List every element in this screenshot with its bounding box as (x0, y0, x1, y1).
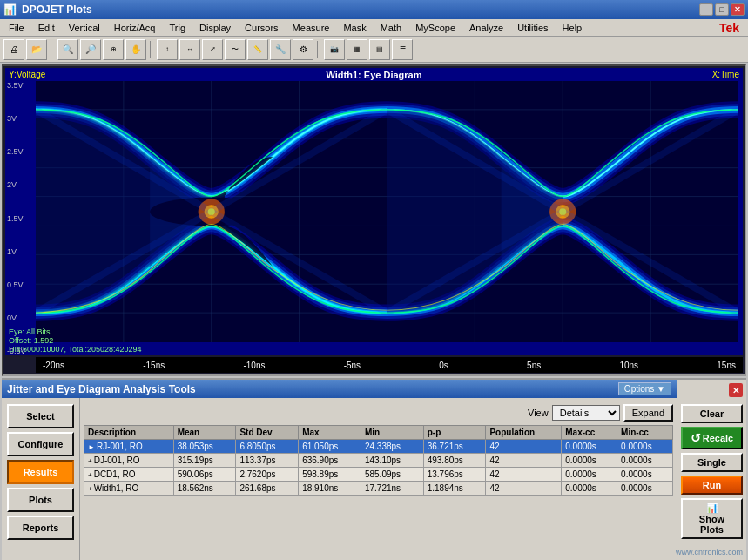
col-mincc: Min-cc (617, 426, 673, 440)
view-dropdown[interactable]: Details Summary (552, 405, 620, 421)
plot-title: Width1: Eye Diagram (327, 70, 422, 80)
table-row[interactable]: +DCD1, RO 590.06ps 2.7620ps 598.89ps 585… (84, 468, 673, 482)
tb-measure[interactable]: 📏 (247, 39, 268, 60)
plot-info: Eye: All Bits Offset: 1.592 UIs:6000:100… (9, 327, 141, 354)
menu-bar: File Edit Vertical Horiz/Acq Trig Displa… (0, 19, 748, 37)
view-label: View (528, 408, 549, 418)
results-table: Description Mean Std Dev Max Min p-p Pop… (84, 425, 673, 496)
tb-layout2[interactable]: ▤ (369, 39, 390, 60)
clear-button[interactable]: Clear (681, 404, 743, 423)
tb-settings[interactable]: ⚙ (293, 39, 313, 60)
show-plots-icon: 📊 (706, 503, 718, 514)
menu-edit[interactable]: Edit (31, 21, 62, 35)
tek-logo: Tek (719, 21, 746, 35)
menu-math[interactable]: Math (374, 21, 408, 35)
tb-new[interactable]: 🖨 (3, 39, 24, 60)
col-min: Min (361, 426, 423, 440)
x-axis-label: X:Time (712, 70, 739, 79)
tb-waveform[interactable]: 〜 (225, 39, 246, 60)
recalc-button[interactable]: ↺ Recalc (681, 427, 743, 449)
run-button[interactable]: Run (681, 476, 743, 495)
menu-horiz-acq[interactable]: Horiz/Acq (107, 21, 163, 35)
expand-button[interactable]: Expand (623, 404, 673, 422)
col-population: Population (486, 426, 562, 440)
maximize-button[interactable]: □ (715, 3, 729, 16)
table-row[interactable]: ►RJ-001, RO 38.053ps 6.8050ps 61.050ps 2… (84, 440, 673, 454)
menu-utilities[interactable]: Utilities (510, 21, 555, 35)
watermark: www.cntronics.com (676, 548, 743, 557)
plots-button[interactable]: Plots (7, 488, 74, 512)
menu-file[interactable]: File (2, 21, 31, 35)
col-maxcc: Max-cc (562, 426, 617, 440)
panel-close-button[interactable]: ✕ (729, 383, 743, 397)
menu-trig[interactable]: Trig (162, 21, 192, 35)
y-axis-label: Y:Voltage (9, 70, 45, 79)
panel-header: Jitter and Eye Diagram Analysis Tools Op… (2, 380, 677, 398)
tb-screenshot[interactable]: 📷 (324, 39, 345, 60)
col-description: Description (84, 426, 174, 440)
menu-analyze[interactable]: Analyze (462, 21, 510, 35)
tb-cursor1[interactable]: ↕ (157, 39, 178, 60)
oscilloscope-window: Y:Voltage Width1: Eye Diagram X:Time 3.5… (2, 64, 746, 376)
tb-open[interactable]: 📂 (26, 39, 47, 60)
results-panel: View Details Summary Expand Description … (80, 380, 677, 560)
menu-cursors[interactable]: Cursors (238, 21, 286, 35)
tb-cursor3[interactable]: ⤢ (202, 39, 223, 60)
tb-config[interactable]: ☰ (392, 39, 413, 60)
title-bar: 📊 DPOJET Plots ─ □ ✕ (0, 0, 748, 19)
menu-myscope[interactable]: MyScope (408, 21, 462, 35)
table-row[interactable]: +DJ-001, RO 315.19ps 113.37ps 636.90ps 1… (84, 454, 673, 468)
menu-vertical[interactable]: Vertical (62, 21, 107, 35)
tb-zoom-sel[interactable]: ⊕ (103, 39, 124, 60)
table-body: ►RJ-001, RO 38.053ps 6.8050ps 61.050ps 2… (84, 440, 673, 496)
action-buttons: ✕ Clear ↺ Recalc Single Run 📊 Show Plots (677, 380, 746, 560)
panel-title: Jitter and Eye Diagram Analysis Tools (7, 383, 196, 395)
bottom-panel: Jitter and Eye Diagram Analysis Tools Op… (2, 378, 746, 560)
menu-mask[interactable]: Mask (336, 21, 373, 35)
app-title: DPOJET Plots (22, 3, 92, 16)
col-mean: Mean (173, 426, 236, 440)
minimize-button[interactable]: ─ (699, 3, 713, 16)
single-button[interactable]: Single (681, 453, 743, 472)
tb-zoom-out[interactable]: 🔎 (80, 39, 101, 60)
tb-zoom-in[interactable]: 🔍 (57, 39, 78, 60)
toolbar: 🖨 📂 🔍 🔎 ⊕ ✋ ↕ ↔ ⤢ 〜 📏 🔧 ⚙ 📷 ▦ ▤ ☰ (0, 37, 748, 63)
results-button[interactable]: Results (7, 460, 74, 484)
eye-diagram-svg (36, 81, 738, 342)
tb-pan[interactable]: ✋ (125, 39, 146, 60)
reports-button[interactable]: Reports (7, 516, 74, 540)
view-controls: View Details Summary Expand (84, 404, 673, 422)
y-axis-labels: 3.5V3V2.5V2V 1.5V1V0.5V0V-0.5V (7, 81, 26, 355)
show-plots-button[interactable]: 📊 Show Plots (681, 498, 743, 539)
table-row[interactable]: +Width1, RO 18.562ns 261.68ps 18.910ns 1… (84, 482, 673, 496)
configure-button[interactable]: Configure (7, 432, 74, 456)
tb-tools[interactable]: 🔧 (270, 39, 291, 60)
menu-measure[interactable]: Measure (286, 21, 337, 35)
options-button[interactable]: Options ▼ (618, 382, 671, 395)
col-max: Max (299, 426, 361, 440)
menu-display[interactable]: Display (192, 21, 238, 35)
menu-help[interactable]: Help (556, 21, 590, 35)
recalc-icon: ↺ (691, 431, 701, 445)
select-button[interactable]: Select (7, 404, 74, 428)
close-button[interactable]: ✕ (731, 3, 745, 16)
tb-layout1[interactable]: ▦ (347, 39, 367, 60)
col-stddev: Std Dev (236, 426, 299, 440)
x-axis-labels: -20ns-15ns-10ns-5ns 0s5ns10ns15ns (36, 357, 743, 373)
tb-cursor2[interactable]: ↔ (179, 39, 200, 60)
left-buttons: Select Configure Results Plots Reports (2, 380, 80, 560)
app-icon: 📊 (3, 3, 17, 16)
col-pp: p-p (423, 426, 486, 440)
plot-area[interactable]: Y:Voltage Width1: Eye Diagram X:Time 3.5… (5, 68, 743, 355)
